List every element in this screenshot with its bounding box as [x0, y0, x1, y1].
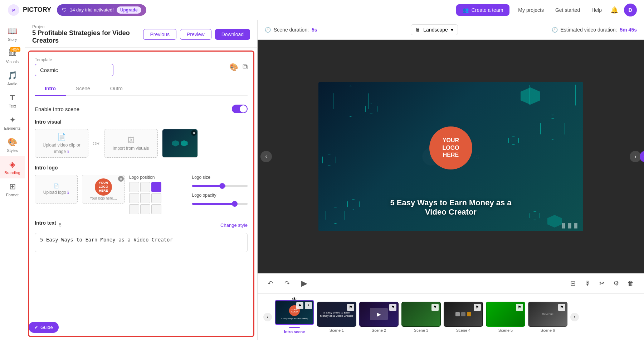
sidebar-item-styles[interactable]: 🎨 Styles: [0, 134, 25, 156]
my-projects-link[interactable]: My projects: [518, 7, 544, 13]
play-button[interactable]: ▶: [298, 277, 310, 289]
strip-prev-button[interactable]: ‹: [263, 313, 272, 321]
logo-size-label: Logo size: [192, 175, 248, 180]
create-team-icon: 👥: [463, 7, 469, 13]
s5-flag-btn[interactable]: ⚑: [516, 304, 523, 311]
s6-flag-btn[interactable]: ⚑: [558, 304, 565, 311]
undo-button[interactable]: ↶: [265, 278, 276, 289]
tab-bar: Intro Scene Outro: [35, 82, 248, 96]
upload-logo-icon: 📄: [54, 183, 59, 188]
upload-logo-box[interactable]: 📄 Upload logo ℹ: [35, 175, 78, 203]
upload-video-label: Upload video clip or: [43, 143, 80, 148]
guide-button[interactable]: ✔ Guide: [29, 322, 59, 333]
sidebar-item-elements[interactable]: ✦ Elements: [0, 112, 25, 134]
toggle-knob: [240, 105, 247, 112]
scene-thumb-3[interactable]: ⚑ Scene 3: [401, 302, 441, 332]
pictory-logo: P: [7, 4, 20, 16]
sidebar-item-audio[interactable]: 🎵 Audio: [0, 67, 25, 90]
logo-opacity-slider[interactable]: [192, 203, 248, 205]
orientation-selector[interactable]: 🖥 Landscape ▾: [411, 24, 458, 35]
intro-text-label: Intro text: [35, 220, 56, 226]
previous-button[interactable]: Previous: [143, 29, 176, 40]
upload-icon: 📄: [57, 133, 66, 141]
hex-deco-5: [540, 118, 565, 140]
tab-scene[interactable]: Scene: [66, 82, 100, 96]
thumb-delete-btn[interactable]: ⋮: [305, 302, 312, 309]
sidebar-item-format[interactable]: ⊞ Format: [0, 178, 25, 201]
pos-bot-center[interactable]: [140, 204, 150, 214]
sidebar-item-text[interactable]: T Text: [0, 90, 25, 112]
palette-icon[interactable]: 🎨: [229, 63, 238, 71]
scene-thumb-6[interactable]: Revenue ⚑ Scene 6: [528, 302, 567, 332]
subtitles-icon[interactable]: ⊟: [567, 278, 579, 289]
ctrl-right: ⊟ 🎙 ✂ ⚙ 🗑: [567, 278, 637, 289]
import-icon: 🖼: [127, 136, 135, 144]
sidebar-item-branding[interactable]: ◈ Branding: [0, 156, 25, 178]
change-style-link[interactable]: Change style: [220, 222, 248, 228]
scene-thumb-1[interactable]: 5 Easy Ways to Earn Money as a Video Cre…: [317, 302, 356, 332]
pos-mid-left[interactable]: [129, 193, 139, 203]
pos-bot-right[interactable]: [151, 204, 161, 214]
upload-logo-label: Upload logo ℹ: [43, 190, 69, 195]
thumb-flag-btn[interactable]: ⚑: [296, 302, 303, 309]
s2-flag-btn[interactable]: ⚑: [389, 304, 396, 311]
scene-thumb-2[interactable]: ▶ ⚑ Scene 2: [359, 302, 399, 332]
scene-label-3: Scene 3: [414, 328, 428, 332]
copy-icon[interactable]: ⧉: [243, 63, 248, 71]
tab-outro[interactable]: Outro: [100, 82, 133, 96]
sidebar-label-styles: Styles: [7, 148, 18, 153]
mic-icon[interactable]: 🎙: [581, 278, 594, 289]
upload-video-box[interactable]: 📄 Upload video clip or image ℹ: [35, 129, 88, 158]
s3-flag-btn[interactable]: ⚑: [431, 304, 439, 311]
navbar: P PICTORY 🛡 14 day trial activated! Upgr…: [0, 0, 644, 20]
s4-flag-btn[interactable]: ⚑: [474, 304, 481, 311]
template-input[interactable]: Cosmic: [35, 64, 113, 76]
create-team-button[interactable]: 👥 Create a team: [456, 4, 510, 16]
scene-img-5: ⚑: [486, 302, 525, 327]
pos-top-left[interactable]: [129, 182, 139, 192]
scene-thumb-5[interactable]: ⚑ Scene 5: [486, 302, 525, 332]
redo-button[interactable]: ↷: [282, 278, 293, 289]
pos-bot-left[interactable]: [129, 204, 139, 214]
logo-controls: Logo position: [129, 175, 248, 214]
help-link[interactable]: Help: [591, 7, 602, 13]
s1-flag-btn[interactable]: ⚑: [347, 304, 354, 311]
scene-thumb-4[interactable]: ⚑ Scene 4: [444, 302, 483, 332]
logo-area: P PICTORY: [7, 4, 51, 16]
tab-intro[interactable]: Intro: [35, 82, 66, 96]
scene-img-1: 5 Easy Ways to Earn Money as a Video Cre…: [317, 302, 356, 327]
pos-mid-center[interactable]: [140, 193, 150, 203]
preview-button[interactable]: Preview: [180, 29, 211, 40]
pos-mid-right[interactable]: [151, 193, 161, 203]
trial-text: 14 day trial activated!: [70, 7, 114, 13]
hex-deco-9: [322, 154, 336, 166]
prev-frame-button[interactable]: ‹: [260, 151, 272, 162]
trash-icon[interactable]: 🗑: [625, 278, 637, 289]
intro-visual-section: Intro visual 📄 Upload video clip or imag…: [35, 119, 248, 158]
thumb-overlay-3: ⚑: [431, 304, 439, 311]
logo-size-slider[interactable]: [192, 185, 248, 187]
strip-next-button[interactable]: ›: [570, 313, 579, 321]
avatar[interactable]: D: [624, 4, 637, 16]
import-visuals-box[interactable]: 🖼 Import from visuals: [104, 129, 158, 158]
add-scene-button[interactable]: +: [640, 151, 644, 162]
sidebar-item-story[interactable]: 📖 Story: [0, 23, 25, 45]
notification-bell-icon[interactable]: 🔔: [610, 6, 618, 14]
logo-close-btn[interactable]: ✕: [118, 176, 124, 182]
logo-row: 📄 Upload logo ℹ ✕ YOURLOGOHERE Your logo…: [35, 175, 248, 214]
intro-toggle[interactable]: [232, 105, 248, 113]
intro-text-input[interactable]: 5 Easy Ways to Earn Money as a Video Cre…: [35, 233, 248, 252]
preview-close-btn[interactable]: ✕: [191, 130, 197, 136]
download-button[interactable]: Download: [215, 29, 250, 40]
settings-icon[interactable]: ⚙: [610, 278, 622, 289]
upgrade-button[interactable]: Upgrade: [117, 6, 141, 14]
sidebar: 📖 Story NEW 🖼 Visuals 🎵 Audio T Text ✦ E…: [0, 20, 25, 340]
pos-top-right[interactable]: [151, 182, 161, 192]
logo-position-group: Logo position: [129, 175, 185, 214]
sidebar-item-visuals[interactable]: NEW 🖼 Visuals: [0, 45, 25, 67]
scissors-icon[interactable]: ✂: [596, 278, 608, 289]
scene-thumb-intro[interactable]: 👁 YOUR LOGO 5 Easy Ways to Earn Money ⚑ …: [275, 300, 314, 334]
pos-top-center[interactable]: [140, 182, 150, 192]
scene-label-1: Scene 1: [330, 328, 344, 332]
get-started-link[interactable]: Get started: [555, 7, 580, 13]
